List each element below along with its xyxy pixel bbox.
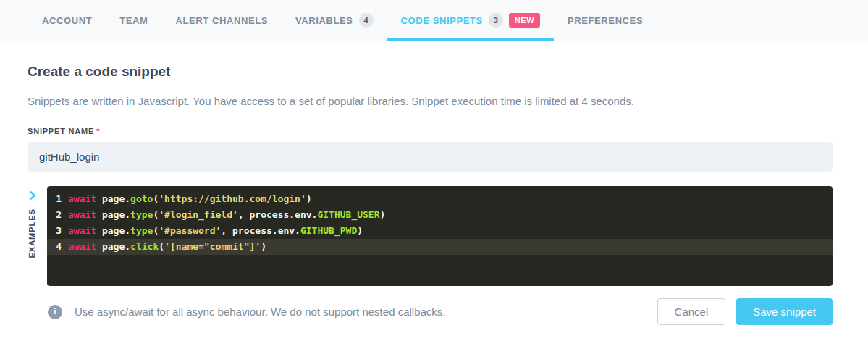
tab-label: ALERT CHANNELS (175, 15, 268, 26)
tab-label: PREFERENCES (568, 15, 643, 26)
code-text: await page.type('#login_field', process.… (68, 207, 385, 223)
tab-team[interactable]: TEAM (106, 0, 161, 41)
footer-note: Use async/await for all async behaviour.… (75, 306, 657, 318)
page-description: Snippets are written in Javascript. You … (28, 95, 833, 107)
snippet-name-input[interactable] (28, 142, 833, 172)
snippet-name-label: SNIPPET NAME* (28, 127, 833, 135)
tab-label: VARIABLES (295, 15, 353, 26)
required-asterisk: * (96, 127, 100, 135)
page-title: Create a code snippet (28, 64, 833, 80)
tab-alert-channels[interactable]: ALERT CHANNELS (161, 0, 282, 41)
code-text: await page.click('[name="commit"]') (68, 239, 266, 255)
tab-preferences[interactable]: PREFERENCES (554, 0, 657, 41)
form-footer: i Use async/await for all async behaviou… (28, 298, 833, 325)
line-number: 2 (47, 207, 62, 223)
tab-code-snippets[interactable]: CODE SNIPPETS 3 NEW (387, 0, 554, 41)
cancel-button[interactable]: Cancel (657, 298, 726, 325)
settings-tab-bar: ACCOUNT TEAM ALERT CHANNELS VARIABLES 4 … (0, 0, 868, 41)
examples-panel-toggle[interactable]: EXAMPLES (28, 186, 47, 286)
save-snippet-button[interactable]: Save snippet (736, 298, 833, 325)
code-line[interactable]: 4await page.click('[name="commit"]') (47, 239, 833, 255)
snippets-count-badge: 3 (489, 13, 503, 28)
snippet-name-label-text: SNIPPET NAME (28, 127, 94, 135)
chevron-right-icon (28, 190, 37, 201)
tab-account[interactable]: ACCOUNT (28, 0, 106, 41)
new-badge: NEW (509, 13, 540, 28)
create-snippet-form: Create a code snippet Snippets are writt… (0, 64, 868, 325)
line-number: 1 (47, 191, 62, 207)
line-number: 3 (47, 223, 62, 239)
code-line[interactable]: 1await page.goto('https://github.com/log… (47, 191, 833, 207)
tab-label: TEAM (119, 15, 148, 26)
code-line[interactable]: 3await page.type('#password', process.en… (47, 223, 833, 239)
editor-section: EXAMPLES 1await page.goto('https://githu… (28, 186, 833, 286)
examples-panel-label: EXAMPLES (28, 209, 36, 258)
tab-variables[interactable]: VARIABLES 4 (282, 0, 387, 41)
code-editor[interactable]: 1await page.goto('https://github.com/log… (47, 186, 833, 286)
code-text: await page.goto('https://github.com/logi… (68, 191, 312, 207)
line-number: 4 (47, 239, 62, 255)
code-text: await page.type('#password', process.env… (68, 223, 363, 239)
tab-label: CODE SNIPPETS (401, 15, 483, 26)
tab-label: ACCOUNT (42, 15, 92, 26)
variables-count-badge: 4 (359, 13, 374, 28)
info-icon: i (48, 305, 62, 319)
code-line[interactable]: 2await page.type('#login_field', process… (47, 207, 833, 223)
